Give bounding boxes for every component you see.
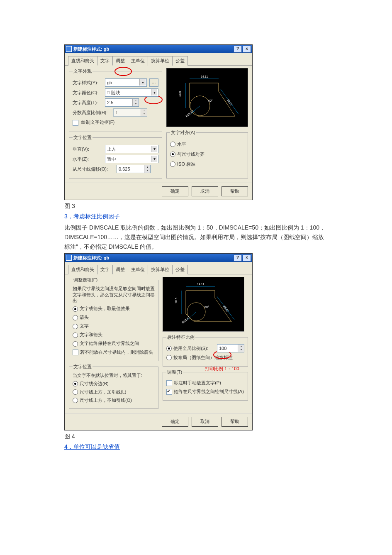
app-icon: [66, 46, 72, 52]
tab-alternate-units[interactable]: 换算单位: [148, 265, 173, 274]
rad-fit-best[interactable]: 文字或箭头，取最佳效果: [73, 306, 130, 312]
rad-align-iso[interactable]: ISO 标准: [170, 161, 195, 167]
group-fit-options: 调整选项(F) 如果尺寸界线之间没有足够空间同时放置文字和箭头，那么首先从尺寸界…: [69, 277, 158, 361]
combo-text-style-value: gb: [107, 80, 112, 85]
chk-draw-frame-label: 绘制文字边框(F): [81, 120, 114, 125]
radio-icon: [170, 152, 175, 157]
cancel-button[interactable]: 取消: [192, 186, 218, 196]
rad-fit-best-label: 文字或箭头，取最佳效果: [80, 306, 130, 311]
tab-fit[interactable]: 调整: [112, 56, 128, 66]
tab-lines-arrows[interactable]: 直线和箭头: [68, 56, 97, 66]
rad-above-noleader-label: 尺寸线上方，不加引线(O): [80, 398, 132, 403]
rad-fit-arrows[interactable]: 箭头: [73, 314, 89, 320]
dialog-title: 新建标注样式: gb: [73, 46, 233, 52]
ok-button[interactable]: 确定: [162, 186, 188, 196]
rad-align-with-dimline[interactable]: 与尺寸线对齐: [170, 151, 205, 157]
combo-text-color[interactable]: □ 随块: [105, 88, 158, 97]
close-button[interactable]: ×: [243, 254, 251, 262]
chk-draw-frame[interactable]: 绘制文字边框(F): [73, 119, 114, 125]
rad-beside-dimline[interactable]: 尺寸线旁边(B): [73, 381, 109, 387]
lbl-horizontal: 水平(Z):: [73, 156, 102, 162]
rad-scale-by-layout[interactable]: 按布局（图纸空间）缩放标注: [166, 355, 233, 361]
checkbox-icon: [73, 350, 78, 355]
rad-align-dimline-label: 与尺寸线对齐: [177, 152, 205, 156]
spin-text-height[interactable]: 2.5: [105, 98, 139, 107]
legend-scale: 标注特征比例: [166, 334, 195, 340]
checkbox-icon: [166, 380, 172, 386]
chk-suppress-arrows[interactable]: 若不能放在尺寸界线内，则消除箭头: [73, 349, 153, 355]
rad-layout-label: 按布局（图纸空间）缩放标注: [173, 355, 233, 360]
figure-caption-3: 图 3: [64, 203, 328, 210]
radio-icon: [73, 324, 78, 329]
tab-bar: 直线和箭头 文字 调整 主单位 换算单位 公差: [65, 262, 252, 274]
radio-icon: [73, 341, 78, 347]
spin-global-scale[interactable]: 100: [217, 344, 244, 352]
spin-global-scale-value: 100: [219, 346, 226, 351]
help-button[interactable]: ?: [234, 254, 242, 262]
chk-manual-place-label: 标注时手动放置文字(P): [174, 380, 221, 385]
tab-primary-units[interactable]: 主单位: [128, 265, 148, 274]
legend-adjust: 调整(T): [166, 369, 183, 375]
combo-text-style[interactable]: gb: [105, 78, 147, 87]
rad-fit-keep-inside[interactable]: 文字始终保持在尺寸界线之间: [73, 340, 139, 347]
rad-global-scale[interactable]: 使用全局比例(S):: [166, 345, 208, 352]
svg-text:R13.17: R13.17: [181, 316, 190, 324]
rad-fit-text-label: 文字: [80, 323, 89, 328]
tab-fit[interactable]: 调整: [112, 265, 128, 274]
radio-icon: [73, 389, 78, 395]
group-text-position-fit: 文字位置 当文字不在默认位置时，将其置于: 尺寸线旁边(B) 尺寸线上方，加引线…: [69, 364, 158, 409]
help-button-bottom[interactable]: 帮助: [222, 186, 248, 196]
lbl-text-style: 文字样式(Y):: [73, 80, 102, 86]
lbl-offset: 从尺寸线偏移(O):: [73, 166, 114, 172]
ok-button[interactable]: 确定: [162, 417, 188, 427]
tab-text[interactable]: 文字: [97, 56, 113, 66]
rad-fit-text[interactable]: 文字: [73, 323, 89, 329]
chk-manual-place[interactable]: 标注时手动放置文字(P): [166, 380, 221, 386]
combo-vertical[interactable]: 上方: [105, 145, 158, 153]
legend-position: 文字位置: [73, 134, 93, 141]
checkbox-icon: [166, 389, 172, 395]
tab-primary-units[interactable]: 主单位: [128, 56, 148, 66]
lbl-fraction-height: 分数高度比例(H):: [73, 110, 111, 116]
button-bar: 确定 取消 帮助: [65, 413, 252, 430]
radio-icon: [170, 142, 175, 147]
textpos-intro: 当文字不在默认位置时，将其置于:: [73, 372, 155, 379]
spin-offset-value: 0.625: [119, 166, 130, 171]
combo-vertical-value: 上方: [107, 146, 116, 152]
spin-offset[interactable]: 0.625: [117, 165, 151, 173]
legend-textpos: 文字位置: [73, 364, 93, 370]
close-button[interactable]: ×: [243, 46, 251, 53]
titlebar: 新建标注样式: gb ? ×: [65, 254, 252, 262]
tab-alternate-units[interactable]: 换算单位: [148, 56, 173, 66]
chk-always-draw-dimline[interactable]: 始终在尺寸界线之间绘制尺寸线(A): [166, 389, 244, 395]
help-button-bottom[interactable]: 帮助: [222, 417, 248, 427]
rad-fit-both[interactable]: 文字和箭头: [73, 332, 102, 338]
tab-text[interactable]: 文字: [97, 265, 113, 274]
spin-fraction-height[interactable]: 1: [113, 108, 147, 117]
group-text-position: 文字位置 垂直(V): 上方 水平(Z): 置中 从尺寸线: [69, 134, 162, 178]
button-bar: 确定 取消 帮助: [65, 183, 252, 200]
chk-always-draw-label: 始终在尺寸界线之间绘制尺寸线(A): [174, 389, 244, 394]
btn-style-browse[interactable]: ...: [149, 78, 158, 87]
svg-text:16.6: 16.6: [178, 91, 181, 97]
legend-fit: 调整选项(F): [73, 277, 98, 283]
app-icon: [66, 255, 72, 261]
rad-align-horizontal[interactable]: 水平: [170, 141, 186, 147]
lbl-text-height: 文字高度(T):: [73, 100, 102, 106]
rad-above-no-leader[interactable]: 尺寸线上方，不加引线(O): [73, 397, 132, 403]
tab-tolerance[interactable]: 公差: [172, 265, 188, 274]
radio-icon: [73, 333, 78, 338]
radio-icon: [73, 315, 78, 320]
radio-icon: [73, 306, 78, 312]
cancel-button[interactable]: 取消: [192, 417, 218, 427]
tab-tolerance[interactable]: 公差: [172, 56, 188, 66]
help-button[interactable]: ?: [234, 46, 242, 53]
fit-intro: 如果尺寸界线之间没有足够空间同时放置文字和箭头，那么首先从尺寸界线之间移出:: [73, 286, 155, 303]
group-text-appearance: 文字外观 文字样式(Y): gb ... 文字颜色(C): □ 随块: [69, 68, 162, 132]
rad-align-iso-label: ISO 标准: [177, 161, 195, 166]
lbl-vertical: 垂直(V):: [73, 146, 102, 152]
combo-horizontal[interactable]: 置中: [105, 155, 158, 163]
tab-lines-arrows[interactable]: 直线和箭头: [68, 265, 97, 274]
tab-bar: 直线和箭头 文字 调整 主单位 换算单位 公差: [65, 53, 252, 66]
rad-above-with-leader[interactable]: 尺寸线上方，加引线(L): [73, 389, 126, 395]
